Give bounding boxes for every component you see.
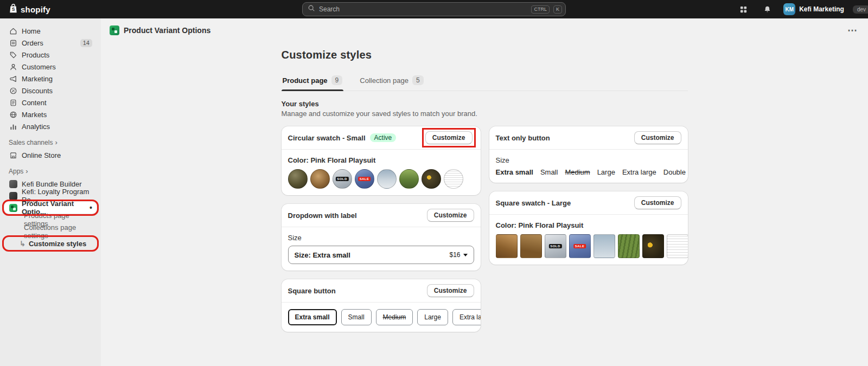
color-swatch[interactable] xyxy=(399,169,419,189)
color-swatch[interactable] xyxy=(496,234,518,258)
sidebar-item-label: Home xyxy=(22,27,41,35)
sales-channels-header[interactable]: Sales channels › xyxy=(4,132,97,149)
customers-icon xyxy=(9,63,17,71)
size-option[interactable]: Extra large xyxy=(622,168,656,176)
card-square-swatch: Square swatch - Large Customize Color: P… xyxy=(489,191,688,265)
orders-icon xyxy=(9,39,17,47)
customize-button[interactable]: Customize xyxy=(425,131,473,144)
more-actions-button[interactable]: ⋯ xyxy=(847,28,858,33)
sidebar-item-label: Kefi Bundle Builder xyxy=(22,180,82,188)
apps-header[interactable]: Apps › xyxy=(4,161,97,178)
sidebar-item-label: Orders xyxy=(22,39,43,47)
size-option[interactable]: Extra small xyxy=(496,168,533,176)
size-option[interactable]: Small xyxy=(540,168,558,176)
size-option-button[interactable]: Large xyxy=(417,309,448,325)
color-swatch[interactable]: SALE xyxy=(355,169,374,189)
discounts-icon xyxy=(9,87,17,95)
account-menu[interactable]: KM Kefi Marketing xyxy=(783,3,844,15)
sidebar-item-label: Online Store xyxy=(22,151,61,159)
sidebar-item-analytics[interactable]: Analytics xyxy=(4,120,97,132)
sidebar-subitem-collections-page-settings[interactable]: Collections page settings xyxy=(4,226,97,237)
tab-collection-page[interactable]: Collection page 5 xyxy=(359,75,424,91)
circular-swatch-list: SOLD SALE xyxy=(288,169,474,189)
sidebar-item-discounts[interactable]: Discounts xyxy=(4,85,97,97)
sidebar-item-label: Discounts xyxy=(22,87,53,95)
tab-count-badge: 5 xyxy=(412,75,424,85)
size-option-button[interactable]: Medium xyxy=(376,309,413,325)
color-swatch[interactable] xyxy=(310,169,330,189)
size-dropdown[interactable]: Size: Extra small $16 xyxy=(288,246,474,264)
color-swatch[interactable] xyxy=(618,234,640,258)
notifications-bell-icon[interactable] xyxy=(760,2,775,16)
card-title: Square button xyxy=(288,287,336,295)
color-swatch[interactable] xyxy=(520,234,542,258)
sidebar-nav: Home Orders 14 Products Customers Market… xyxy=(0,18,101,366)
tab-product-page[interactable]: Product page 9 xyxy=(282,75,344,91)
swatch-overlay-badge: SOLD xyxy=(548,244,561,248)
card-title: Square swatch - Large xyxy=(496,199,571,207)
markets-globe-icon xyxy=(9,111,17,119)
size-option-button[interactable]: Extra small xyxy=(288,309,337,325)
apps-grid-icon[interactable] xyxy=(736,2,751,16)
card-text-only-button: Text only button Customize Size Extra sm… xyxy=(489,126,688,183)
color-swatch[interactable] xyxy=(422,169,441,189)
option-label: Size xyxy=(496,156,681,164)
return-arrow-icon: ↳ xyxy=(20,240,25,248)
sidebar-item-home[interactable]: Home xyxy=(4,25,97,37)
color-swatch[interactable] xyxy=(667,234,688,258)
size-option[interactable]: Double Extra Large xyxy=(663,168,688,176)
size-option-button[interactable]: Extra large xyxy=(452,309,481,325)
orders-count-badge: 14 xyxy=(80,39,92,47)
customize-button[interactable]: Customize xyxy=(634,196,681,209)
sidebar-item-content[interactable]: Content xyxy=(4,97,97,108)
customize-button[interactable]: Customize xyxy=(634,131,681,144)
dropdown-value: Size: Extra small xyxy=(295,251,350,259)
product-variant-options-app-icon xyxy=(110,25,119,35)
sidebar-item-online-store[interactable]: Online Store xyxy=(4,149,97,161)
customize-button[interactable]: Customize xyxy=(427,284,474,297)
color-swatch[interactable] xyxy=(288,169,308,189)
sidebar-item-label: Markets xyxy=(22,111,47,119)
shortcut-key-k: K xyxy=(553,5,562,14)
svg-text:S: S xyxy=(12,7,15,12)
sidebar-item-customers[interactable]: Customers xyxy=(4,61,97,73)
square-swatch-list: SOLD SALE xyxy=(496,234,681,258)
marketing-megaphone-icon xyxy=(9,75,17,83)
card-title: Circular swatch - Small xyxy=(288,134,366,142)
sidebar-subitem-customize-styles[interactable]: ↳ Customize styles xyxy=(4,237,97,249)
shopify-wordmark: shopify xyxy=(21,5,50,14)
color-swatch[interactable] xyxy=(444,169,463,189)
account-avatar: KM xyxy=(783,3,795,15)
color-swatch[interactable]: SOLD xyxy=(333,169,352,189)
sidebar-item-label: Analytics xyxy=(22,123,50,131)
swatch-overlay-badge: SALE xyxy=(358,177,371,181)
color-swatch[interactable]: SALE xyxy=(569,234,591,258)
size-option-button[interactable]: Small xyxy=(341,309,372,325)
sidebar-item-markets[interactable]: Markets xyxy=(4,108,97,120)
shopify-bag-icon: S xyxy=(9,3,18,16)
annotation-box: Customize xyxy=(425,131,473,144)
page-title: Customize styles xyxy=(282,49,688,61)
global-search-input[interactable]: Search CTRL K xyxy=(302,2,566,16)
sidebar-item-label: Marketing xyxy=(22,75,53,83)
analytics-bars-icon xyxy=(9,123,17,131)
customize-button[interactable]: Customize xyxy=(427,209,474,222)
main-content: Product Variant Options ⋯ Customize styl… xyxy=(101,18,868,366)
app-icon xyxy=(9,192,17,200)
active-dot-icon: • xyxy=(90,205,92,210)
sidebar-item-marketing[interactable]: Marketing xyxy=(4,73,97,85)
size-option[interactable]: Large xyxy=(597,168,615,176)
color-swatch[interactable]: SOLD xyxy=(545,234,566,258)
sidebar-item-label: Content xyxy=(22,99,47,107)
sidebar-item-products[interactable]: Products xyxy=(4,49,97,61)
shopify-logo[interactable]: S shopify xyxy=(9,3,50,16)
color-swatch[interactable] xyxy=(642,234,664,258)
sidebar-item-label: Products xyxy=(22,51,49,59)
color-swatch[interactable] xyxy=(593,234,615,258)
size-option[interactable]: Medium xyxy=(565,168,590,176)
card-title: Text only button xyxy=(496,134,550,142)
products-tag-icon xyxy=(9,51,17,59)
sidebar-item-orders[interactable]: Orders 14 xyxy=(4,37,97,49)
card-square-button: Square button Customize Extra smallSmall… xyxy=(282,279,481,332)
color-swatch[interactable] xyxy=(377,169,397,189)
